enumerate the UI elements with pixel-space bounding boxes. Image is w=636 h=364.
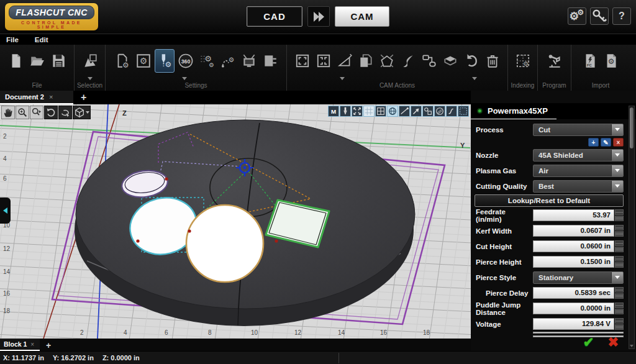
cut-height-stepper[interactable] (615, 240, 624, 252)
svg-text:⚙: ⚙ (209, 61, 214, 68)
settings-dropdown-chevron[interactable] (182, 77, 187, 80)
new-document-button[interactable] (6, 49, 26, 73)
duplicate-button[interactable] (356, 49, 376, 73)
pierce-style-dropdown[interactable]: Stationary (533, 271, 624, 284)
cam-actions-dropdown-chevron[interactable] (340, 77, 345, 80)
plasma-gas-dropdown[interactable]: Air (533, 165, 624, 177)
save-file-button[interactable] (48, 49, 68, 73)
zoom-window-tool-button[interactable] (30, 106, 43, 119)
dropdown-chevron-icon[interactable] (611, 181, 623, 192)
show-curves-button[interactable] (446, 106, 457, 117)
grid-nest-button[interactable] (314, 49, 334, 73)
hand-pan-icon (2, 107, 14, 118)
hole-large-circle[interactable] (186, 205, 263, 282)
rotate-view-button[interactable] (44, 106, 58, 119)
view-cube-button[interactable] (73, 106, 91, 119)
toolpath-settings-button[interactable]: ⚙ (218, 49, 238, 73)
gear-pair-settings-button[interactable]: ⚙ ⚙ (197, 49, 217, 73)
pan-tool-button[interactable] (1, 106, 15, 119)
panel-scrollbar[interactable] (629, 106, 635, 349)
delete-process-button[interactable]: × (613, 138, 624, 147)
link-paths-button[interactable] (419, 49, 439, 73)
pierce-height-input[interactable]: 0.1500 in (533, 256, 614, 268)
add-process-button[interactable]: + (588, 138, 599, 147)
selection-dropdown-chevron[interactable] (88, 77, 93, 80)
apply-button[interactable]: ✔ (583, 335, 594, 350)
tab-document-2[interactable]: Document 2 × (0, 91, 73, 104)
selection-tool-button[interactable] (80, 49, 100, 73)
show-torch-button[interactable] (340, 106, 351, 117)
cam-viewport[interactable]: Z Y 2 4 6 10 12 14 16 18 2 4 6 8 10 12 1… (0, 104, 471, 339)
show-slope-button[interactable] (399, 106, 410, 117)
dropdown-chevron-icon[interactable] (611, 150, 623, 161)
show-shapes-button[interactable] (422, 106, 434, 117)
material-settings-button[interactable] (260, 49, 280, 73)
kerf-width-input[interactable]: 0.0607 in (533, 225, 614, 237)
document-settings-button[interactable]: ⚙ (112, 49, 132, 73)
globe-view-button-active[interactable] (387, 106, 398, 117)
cancel-button[interactable]: ✖ (607, 335, 619, 350)
edit-process-button[interactable]: ✎ (601, 138, 611, 147)
pierce-height-stepper[interactable] (615, 256, 624, 268)
voltage-input[interactable]: 129.84 V (533, 318, 614, 330)
generate-program-button[interactable] (545, 49, 565, 73)
delete-button[interactable] (483, 49, 502, 73)
machine-settings-button[interactable]: ⚙ (134, 49, 153, 73)
selection-box-button[interactable] (458, 106, 469, 117)
pierce-delay-input[interactable]: 0.5839 sec (533, 287, 614, 299)
dropdown-chevron-icon[interactable] (611, 124, 623, 135)
cutting-quality-dropdown[interactable]: Best (533, 180, 624, 193)
lookup-reset-button[interactable]: Lookup/Reset to Default (475, 194, 624, 207)
puddle-jump-stepper[interactable] (615, 303, 624, 314)
undo-button[interactable] (461, 49, 481, 73)
show-crosshair-button[interactable] (375, 106, 386, 117)
open-file-button[interactable] (27, 49, 47, 73)
measure-button[interactable] (335, 49, 355, 73)
torch-settings-button-active[interactable]: ⚙ (155, 49, 175, 73)
show-grid-button[interactable] (363, 106, 375, 117)
globe-icon (388, 106, 398, 116)
monitor-settings-button[interactable] (239, 49, 259, 73)
cad-tab-button[interactable]: CAD (247, 6, 302, 27)
feedrate-stepper[interactable] (615, 209, 624, 221)
resize-button[interactable] (377, 49, 397, 73)
block-tab-close-icon[interactable]: × (30, 341, 34, 348)
menu-file[interactable]: File (6, 36, 19, 43)
document-tab-close-icon[interactable]: × (49, 93, 53, 101)
settings-gears-button[interactable]: ⚙ ⚙ (568, 7, 586, 25)
puddle-jump-input[interactable]: 0.0000 in (533, 303, 614, 314)
dropdown-chevron-icon[interactable] (611, 272, 623, 283)
orbit-view-button[interactable] (58, 106, 72, 119)
kerf-width-stepper[interactable] (615, 225, 624, 237)
zoom-in-tool-button[interactable] (16, 106, 29, 119)
add-document-tab-button[interactable]: + (81, 91, 86, 104)
menu-edit[interactable]: Edit (35, 36, 48, 43)
license-key-button[interactable] (590, 7, 609, 25)
process-dropdown[interactable]: Cut (533, 124, 624, 136)
fit-view-button[interactable] (352, 106, 363, 117)
voltage-stepper[interactable] (615, 318, 624, 330)
tab-block-1[interactable]: Block 1 × (0, 339, 40, 351)
nozzle-dropdown[interactable]: 45A Shielded (533, 149, 624, 162)
pierce-delay-stepper[interactable] (615, 287, 624, 299)
material-mode-button[interactable]: M (328, 106, 339, 117)
add-block-tab-button[interactable]: + (46, 339, 51, 352)
scrollbar-thumb[interactable] (630, 107, 634, 148)
dropdown-chevron-icon[interactable] (611, 165, 623, 176)
rotary-360-settings-button[interactable]: 360 (176, 49, 196, 73)
cam-tab-button[interactable]: CAM (335, 6, 389, 27)
indexing-setup-button[interactable]: ⚙ (513, 49, 533, 73)
scroll-down-icon[interactable] (630, 345, 634, 347)
fill-tool-button[interactable] (398, 49, 418, 73)
help-button[interactable]: ? (612, 7, 631, 25)
order-stack-button[interactable] (440, 49, 460, 73)
flyout-collapse-handle[interactable] (0, 198, 11, 224)
show-directions-button[interactable] (411, 106, 422, 117)
grid-array-button[interactable] (293, 49, 312, 73)
show-kerf-button[interactable] (434, 106, 445, 117)
import-fc-file-button[interactable]: FC (580, 49, 600, 73)
cam-actions-dropdown-chevron-2[interactable] (472, 77, 477, 80)
feedrate-input[interactable]: 53.97 (533, 209, 614, 221)
cut-height-input[interactable]: 0.0600 in (533, 240, 614, 252)
import-cad-file-button[interactable]: ⚙ (601, 49, 621, 73)
